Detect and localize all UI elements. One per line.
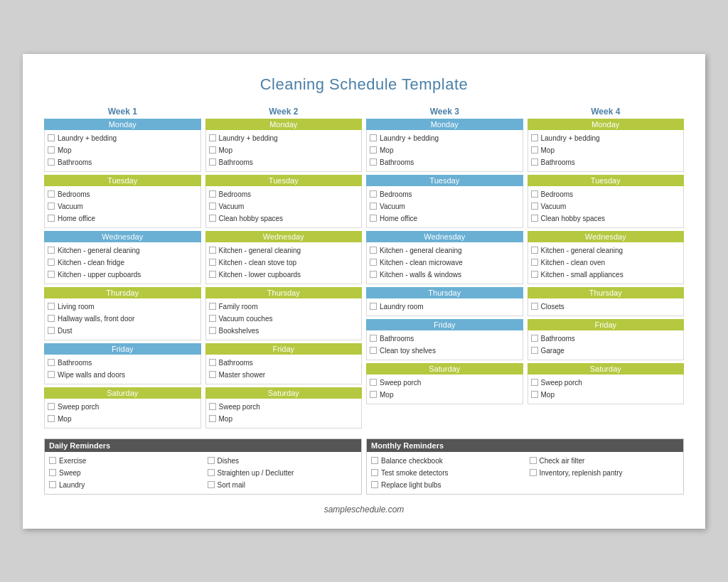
task-checkbox[interactable] (48, 403, 55, 410)
task-checkbox[interactable] (531, 203, 538, 210)
task-checkbox[interactable] (209, 271, 216, 278)
task-label: Kitchen - clean fridge (58, 257, 124, 268)
reminder-checkbox[interactable] (208, 481, 215, 488)
reminder-checkbox[interactable] (371, 457, 378, 464)
day-section-w3-monday: MondayLaundry + beddingMopBathrooms (366, 119, 523, 172)
task-checkbox[interactable] (209, 327, 216, 334)
task-label: Clean hobby spaces (541, 213, 606, 224)
reminder-content: Balance checkbookTest smoke detectorsRep… (367, 452, 683, 494)
task-label: Vacuum (541, 201, 567, 212)
day-header-w2-friday: Friday (205, 343, 363, 355)
day-header-w1-monday: Monday (44, 119, 201, 130)
task-checkbox[interactable] (531, 347, 538, 354)
task-checkbox[interactable] (48, 271, 55, 278)
reminder-checkbox[interactable] (49, 481, 56, 488)
task-item: Kitchen - clean fridge (48, 257, 198, 269)
task-item: Living room (48, 301, 198, 313)
task-checkbox[interactable] (209, 359, 216, 366)
task-checkbox[interactable] (48, 315, 55, 322)
task-checkbox[interactable] (209, 415, 216, 422)
task-checkbox[interactable] (48, 146, 55, 153)
task-checkbox[interactable] (531, 391, 538, 398)
task-checkbox[interactable] (209, 315, 216, 322)
task-checkbox[interactable] (531, 190, 538, 198)
reminder-checkbox[interactable] (530, 457, 537, 464)
task-checkbox[interactable] (531, 215, 538, 222)
task-item: Kitchen - upper cupboards (48, 269, 198, 281)
reminder-checkbox[interactable] (49, 457, 56, 464)
task-checkbox[interactable] (48, 203, 55, 210)
task-list-w3-saturday: Sweep porchMop (366, 374, 523, 404)
task-item: Bathrooms (531, 333, 681, 345)
day-section-w4-thursday: ThursdayClosets (528, 287, 685, 316)
task-checkbox[interactable] (370, 203, 377, 210)
task-checkbox[interactable] (48, 303, 55, 310)
task-checkbox[interactable] (48, 371, 55, 378)
task-list-w3-monday: Laundry + beddingMopBathrooms (366, 130, 523, 172)
task-checkbox[interactable] (531, 335, 538, 342)
task-checkbox[interactable] (370, 259, 377, 266)
task-checkbox[interactable] (370, 335, 377, 342)
task-checkbox[interactable] (370, 146, 377, 153)
task-checkbox[interactable] (48, 134, 55, 141)
task-checkbox[interactable] (209, 158, 216, 166)
task-checkbox[interactable] (531, 247, 538, 254)
task-checkbox[interactable] (209, 134, 216, 141)
task-item: Laundry room (370, 301, 520, 313)
task-checkbox[interactable] (48, 247, 55, 254)
reminder-col-2: DishesStraighten up / DeclutterSort mail (203, 452, 362, 494)
task-checkbox[interactable] (209, 403, 216, 410)
task-checkbox[interactable] (531, 158, 538, 166)
reminder-checkbox[interactable] (208, 457, 215, 464)
task-checkbox[interactable] (48, 415, 55, 422)
task-checkbox[interactable] (370, 215, 377, 222)
reminder-checkbox[interactable] (49, 469, 56, 476)
task-checkbox[interactable] (531, 379, 538, 386)
task-checkbox[interactable] (48, 215, 55, 222)
task-checkbox[interactable] (370, 303, 377, 310)
task-checkbox[interactable] (209, 203, 216, 210)
task-checkbox[interactable] (48, 327, 55, 334)
task-checkbox[interactable] (370, 158, 377, 166)
task-checkbox[interactable] (209, 190, 216, 198)
task-label: Bathrooms (541, 333, 575, 344)
reminder-checkbox[interactable] (208, 469, 215, 476)
day-header-w2-tuesday: Tuesday (205, 175, 363, 186)
task-checkbox[interactable] (48, 158, 55, 166)
task-checkbox[interactable] (370, 347, 377, 354)
task-checkbox[interactable] (531, 134, 538, 141)
task-checkbox[interactable] (48, 259, 55, 266)
reminder-task-label: Replace light bulbs (381, 480, 441, 490)
task-item: Bathrooms (531, 156, 681, 168)
task-checkbox[interactable] (531, 146, 538, 153)
reminder-checkbox[interactable] (371, 469, 378, 476)
task-checkbox[interactable] (48, 359, 55, 366)
task-checkbox[interactable] (370, 134, 377, 141)
day-header-w3-tuesday: Tuesday (366, 175, 523, 186)
task-list-w4-saturday: Sweep porchMop (528, 374, 685, 404)
task-checkbox[interactable] (370, 379, 377, 386)
task-checkbox[interactable] (531, 271, 538, 278)
reminder-checkbox[interactable] (371, 481, 378, 488)
task-checkbox[interactable] (531, 259, 538, 266)
task-checkbox[interactable] (531, 303, 538, 310)
task-label: Kitchen - general cleaning (541, 245, 623, 256)
task-checkbox[interactable] (370, 190, 377, 198)
reminder-task-item: Check air filter (530, 455, 680, 467)
task-checkbox[interactable] (209, 371, 216, 378)
reminder-checkbox[interactable] (530, 469, 537, 476)
task-checkbox[interactable] (370, 391, 377, 398)
task-checkbox[interactable] (370, 247, 377, 254)
task-checkbox[interactable] (209, 247, 216, 254)
task-checkbox[interactable] (209, 259, 216, 266)
task-label: Kitchen - lower cupboards (219, 269, 301, 280)
task-item: Vacuum (370, 200, 520, 212)
task-checkbox[interactable] (209, 303, 216, 310)
task-checkbox[interactable] (48, 190, 55, 198)
task-checkbox[interactable] (209, 146, 216, 153)
task-checkbox[interactable] (209, 215, 216, 222)
task-label: Vacuum couches (219, 313, 273, 324)
task-item: Sweep porch (48, 401, 198, 413)
task-checkbox[interactable] (370, 271, 377, 278)
task-list-w2-wednesday: Kitchen - general cleaningKitchen - clea… (205, 242, 363, 284)
